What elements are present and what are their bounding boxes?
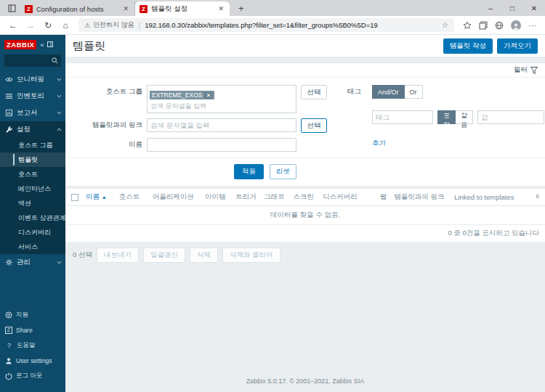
equals-button[interactable]: 같음 [456, 110, 473, 124]
main-content: 템플릿 템플릿 작성 가져오기 필터 호스트 그룹 EXTREME_EXOS ✕… [65, 35, 545, 392]
column-header-linked-to-templates: Linked to templates [454, 193, 536, 201]
sidebar-item-help[interactable]: ? 도움말 [0, 338, 65, 353]
back-icon[interactable]: ← [6, 20, 20, 30]
tag-name-input[interactable] [372, 110, 433, 124]
sidebar-item-reports[interactable]: 보고서 [0, 105, 65, 121]
import-button[interactable]: 가져오기 [497, 38, 538, 54]
column-header-tags: 태그 [536, 192, 539, 202]
filter-tab[interactable]: 필터 [65, 63, 545, 78]
favorite-icon[interactable]: ☆ [442, 21, 448, 29]
tag-value-input[interactable] [477, 110, 544, 124]
user-icon [5, 357, 12, 364]
sidebar-item-templates[interactable]: 템플릿 [0, 152, 65, 167]
sidebar-item-logout[interactable]: 로그 아웃 [0, 368, 65, 383]
zabbix-version-footer: Zabbix 5.0.17. © 2001–2021, Zabbix SIA [65, 373, 545, 392]
name-input[interactable] [147, 138, 296, 152]
host-group-chip[interactable]: EXTREME_EXOS ✕ [150, 91, 214, 99]
tab-actions-icon[interactable] [4, 1, 19, 15]
sidebar-item-actions[interactable]: 액션 [0, 196, 65, 211]
address-bar[interactable]: ⚠ 안전하지 않음 | 192.168.0.30/zabbix/template… [78, 18, 454, 32]
lifebuoy-icon [5, 311, 12, 319]
sidebar-configuration-section: 설정 호스트 그룹 템플릿 호스트 메인터넌스 액션 이벤트 상관관계 디스커버… [0, 121, 65, 254]
sidebar-collapse-icon[interactable]: « [40, 41, 44, 49]
not-secure-warning[interactable]: ⚠ 안전하지 않음 [84, 20, 134, 30]
host-group-multiselect[interactable]: EXTREME_EXOS ✕ 검색 문자열을 입력 [147, 85, 296, 113]
minimize-button[interactable]: – [480, 0, 501, 16]
collections-icon[interactable] [479, 21, 488, 30]
browser-tab-hosts[interactable]: Z Configuration of hosts ✕ [20, 1, 135, 16]
sidebar-item-inventory[interactable]: 인벤토리 [0, 88, 65, 105]
sidebar: ZABBIX « 모니터링 인벤토리 보고서 설정 [0, 35, 65, 392]
forward-icon[interactable]: → [23, 20, 38, 30]
chip-remove-icon[interactable]: ✕ [204, 92, 212, 99]
host-group-select-button[interactable]: 선택 [301, 85, 327, 99]
home-icon[interactable]: ⌂ [58, 20, 73, 30]
select-all-checkbox[interactable] [71, 194, 78, 201]
more-menu-icon[interactable]: ··· [528, 21, 536, 30]
column-header-graphs: 그래프 [264, 192, 294, 202]
mass-update-button[interactable]: 일괄갱신 [143, 248, 185, 263]
profile-avatar[interactable] [511, 20, 521, 30]
browser-essentials-icon[interactable] [495, 21, 504, 30]
sidebar-item-monitoring[interactable]: 모니터링 [0, 71, 65, 88]
multiselect-placeholder: 검색 문자열을 입력 [150, 100, 294, 111]
question-icon: ? [5, 342, 13, 349]
sidebar-item-maintenance[interactable]: 메인터넌스 [0, 181, 65, 196]
maximize-button[interactable]: □ [501, 0, 523, 16]
sidebar-item-support[interactable]: 지원 [0, 307, 65, 322]
power-icon [5, 372, 12, 380]
sidebar-item-host-groups[interactable]: 호스트 그룹 [0, 138, 65, 152]
reset-button[interactable]: 리셋 [270, 164, 296, 179]
sort-asc-icon: ▲ [102, 195, 107, 200]
tab-title: 템플릿 설정 [151, 4, 213, 14]
refresh-icon[interactable]: ↻ [41, 20, 55, 30]
tag-operator-segment: And/Or Or [372, 85, 545, 99]
filter-form: 호스트 그룹 EXTREME_EXOS ✕ 검색 문자열을 입력 선택 템플릿과… [65, 78, 545, 158]
export-button[interactable]: 내보내기 [97, 248, 139, 263]
tag-filter-row: 포함 같음 삭제 [372, 107, 545, 126]
tag-add-link[interactable]: 추가 [372, 139, 386, 147]
favorites-bar-icon[interactable] [463, 21, 472, 30]
linked-templates-input[interactable] [147, 118, 296, 132]
linked-templates-select-button[interactable]: 선택 [301, 118, 327, 133]
sidebar-item-configuration[interactable]: 설정 [0, 121, 65, 138]
filter-buttons-row: 적용 리셋 [65, 158, 545, 186]
sidebar-item-user-settings[interactable]: User settings [0, 353, 65, 368]
column-header-discovery: 디스커버리 [323, 192, 365, 202]
linked-templates-label: 템플릿과의 링크 [73, 118, 142, 130]
z-share-icon: Z [5, 327, 12, 334]
tab-close-icon[interactable]: ✕ [121, 5, 130, 12]
report-icon [5, 109, 13, 117]
contains-button[interactable]: 포함 [437, 110, 456, 124]
tag-filter-label: 태그 [347, 85, 366, 97]
tag-match-segment: 포함 같음 [437, 110, 473, 124]
chevron-up-icon [57, 128, 62, 131]
wrench-icon [5, 126, 13, 134]
tab-close-icon[interactable]: ✕ [217, 5, 225, 12]
sidebar-item-discovery[interactable]: 디스커버리 [0, 225, 65, 240]
close-button[interactable]: ✕ [523, 0, 545, 16]
or-button[interactable]: Or [405, 85, 423, 99]
sidebar-item-administration[interactable]: 관리 [0, 254, 65, 271]
sidebar-footer: 지원 Z Share ? 도움말 User settings 로그 아웃 [0, 307, 65, 392]
sidebar-item-share[interactable]: Z Share [0, 322, 65, 338]
apply-button[interactable]: 적용 [234, 164, 264, 179]
column-header-applications: 어플리케이션 [153, 192, 205, 202]
browser-tab-templates[interactable]: Z 템플릿 설정 ✕ [135, 1, 230, 16]
selected-count: 0 선택 [73, 250, 92, 260]
delete-button[interactable]: 삭제 [190, 248, 218, 263]
sidebar-pin-icon[interactable] [47, 41, 53, 49]
url-text[interactable]: 192.168.0.30/zabbix/templates.php?filter… [145, 21, 437, 29]
create-template-button[interactable]: 템플릿 작성 [443, 38, 493, 54]
host-group-label: 호스트 그룹 [73, 85, 142, 97]
delete-and-clear-button[interactable]: 삭제와 클리어 [222, 248, 280, 263]
andor-button[interactable]: And/Or [372, 85, 405, 99]
sidebar-search-input[interactable] [4, 54, 61, 67]
new-tab-button[interactable]: + [234, 3, 249, 14]
sidebar-item-event-correlation[interactable]: 이벤트 상관관계 [0, 211, 65, 225]
zabbix-logo[interactable]: ZABBIX [4, 40, 36, 49]
sidebar-item-services[interactable]: 서비스 [0, 240, 65, 254]
column-header-name[interactable]: 이름 ▲ [86, 192, 119, 202]
sidebar-item-hosts[interactable]: 호스트 [0, 167, 65, 181]
column-header-triggers: 트리거 [235, 192, 264, 202]
